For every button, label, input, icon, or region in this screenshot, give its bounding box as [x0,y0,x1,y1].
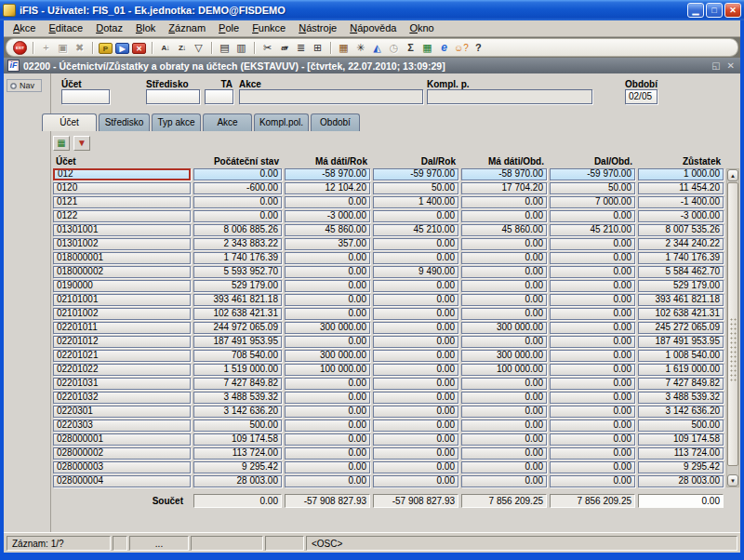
cell-md-obd[interactable]: 0.00 [461,252,547,264]
cell-zustatek[interactable]: 1 008 540.00 [638,350,724,362]
cell-md-obd[interactable]: 0.00 [461,196,547,208]
cell-dal-obd[interactable]: 45 210.00 [550,224,635,236]
print-preview-icon[interactable]: ▥ [234,41,248,55]
cell-ucet[interactable]: 012 [53,168,191,180]
ta-field[interactable] [205,89,233,104]
cell-pocatecni-stav[interactable]: 3 488 539.32 [193,392,282,404]
chart-icon[interactable]: ◭ [370,41,384,55]
cell-zustatek[interactable]: 7 427 849.82 [638,378,724,390]
menu-napoveda[interactable]: Nápověda [343,20,403,36]
sort-desc-icon[interactable]: Z↓ [175,41,189,55]
cell-zustatek[interactable]: 3 488 539.32 [638,392,724,404]
cell-ucet[interactable]: 02201022 [53,364,191,376]
cancel-query-icon[interactable]: ✕ [132,43,146,54]
cell-ucet[interactable]: 0220301 [53,406,191,418]
cell-ucet[interactable]: 0220303 [53,420,191,432]
cell-md-rok[interactable]: 0.00 [285,294,370,306]
cell-zustatek[interactable]: 102 638 421.31 [638,308,724,320]
cell-md-obd[interactable]: 0.00 [461,294,547,306]
filter-lock-icon[interactable]: ▼ [73,136,90,151]
cell-dal-obd[interactable]: 0.00 [550,322,635,334]
nav-toggle[interactable]: Nav [7,79,42,92]
cell-pocatecni-stav[interactable]: 9 295.42 [193,461,282,473]
cell-ucet[interactable]: 028000001 [53,433,191,446]
cell-dal-obd[interactable]: 0.00 [550,378,635,390]
cell-md-obd[interactable]: 0.00 [461,392,547,404]
cell-dal-rok[interactable]: 50.00 [373,182,458,194]
cell-dal-obd[interactable]: 0.00 [550,433,635,446]
tab-stredisko[interactable]: Středisko [99,113,150,131]
excel-icon[interactable]: ▦ [420,41,434,55]
cell-dal-rok[interactable]: 9 490.00 [373,266,458,278]
cell-dal-rok[interactable]: 0.00 [373,252,458,264]
menu-blok[interactable]: Blok [129,20,162,36]
sum-icon[interactable]: Σ [404,41,418,55]
cell-dal-obd[interactable]: -59 970.00 [550,168,635,180]
cell-md-obd[interactable]: 0.00 [461,210,547,222]
cell-zustatek[interactable]: 3 142 636.20 [638,406,724,418]
cell-dal-obd[interactable]: 0.00 [550,461,635,473]
cell-ucet[interactable]: 0190000 [53,280,191,292]
cell-md-obd[interactable]: 100 000.00 [461,364,547,376]
cell-dal-rok[interactable]: 0.00 [373,280,458,292]
cell-md-obd[interactable]: 0.00 [461,336,547,348]
cell-md-rok[interactable]: 0.00 [285,378,370,390]
filter-icon[interactable]: ▽ [192,41,206,55]
cell-md-rok[interactable]: -58 970.00 [285,168,370,180]
obdobi-field[interactable]: 02/05 [625,89,658,104]
cell-md-obd[interactable]: 17 704.20 [461,182,547,194]
cell-pocatecni-stav[interactable]: 3 142 636.20 [193,406,282,418]
list-of-values-icon[interactable]: a▾ [277,41,291,55]
cell-zustatek[interactable]: 500.00 [638,420,724,432]
cell-md-rok[interactable]: 45 860.00 [285,224,370,236]
cell-zustatek[interactable]: -3 000.00 [638,210,724,222]
cell-dal-rok[interactable]: 45 210.00 [373,224,458,236]
enter-query-icon[interactable]: P [99,43,113,54]
cell-pocatecni-stav[interactable]: 1 740 176.39 [193,252,282,264]
cell-md-rok[interactable]: 0.00 [285,266,370,278]
execute-query-icon[interactable]: ▶ [115,43,129,54]
kompl-field[interactable] [427,89,592,104]
cell-md-obd[interactable]: 0.00 [461,308,547,320]
tab-obdobi[interactable]: Období [311,113,360,131]
cell-dal-rok[interactable]: 0.00 [373,433,458,446]
cell-md-obd[interactable]: 0.00 [461,433,547,446]
card-index-icon[interactable]: ▦ [337,41,351,55]
maximize-button[interactable]: □ [706,3,723,18]
user-help-icon[interactable]: ☺? [454,41,469,55]
cell-pocatecni-stav[interactable]: 7 427 849.82 [193,378,282,390]
cell-zustatek[interactable]: 529 179.00 [638,280,724,292]
print-icon[interactable]: ▤ [218,41,232,55]
cell-zustatek[interactable]: 2 344 240.22 [638,238,724,250]
cell-zustatek[interactable]: 28 003.00 [638,475,724,487]
cell-dal-rok[interactable]: 0.00 [373,378,458,390]
title-bar[interactable]: iFIS - Uživatel: FIS_01 - Ek.jednotka: D… [0,0,744,20]
cell-dal-rok[interactable]: 0.00 [373,364,458,376]
cell-dal-obd[interactable]: 0.00 [550,336,635,348]
ucet-field[interactable] [61,89,110,104]
scrollbar-thumb[interactable] [727,182,738,466]
cell-dal-rok[interactable]: 0.00 [373,406,458,418]
navigator-wheel-icon[interactable]: ✳ [353,41,367,55]
cell-pocatecni-stav[interactable]: 1 519 000.00 [193,364,282,376]
cell-md-rok[interactable]: 0.00 [285,308,370,320]
cell-dal-obd[interactable]: 0.00 [550,447,635,460]
cell-dal-rok[interactable]: 0.00 [373,308,458,320]
cell-ucet[interactable]: 02201032 [53,392,191,404]
cell-zustatek[interactable]: 9 295.42 [638,461,724,473]
mdi-title-bar[interactable]: iF 02200 - Účetnictví/Zůstatky a obraty … [4,58,740,73]
help-icon[interactable]: ? [472,41,485,55]
cell-dal-rok[interactable]: 0.00 [373,475,458,487]
cell-dal-obd[interactable]: 0.00 [550,280,635,292]
cell-md-obd[interactable]: 300 000.00 [461,322,547,334]
cell-zustatek[interactable]: -1 400.00 [638,196,724,208]
cell-pocatecni-stav[interactable]: 244 972 065.09 [193,322,282,334]
menu-editace[interactable]: Editace [42,20,89,36]
cell-md-obd[interactable]: 0.00 [461,475,547,487]
cell-pocatecni-stav[interactable]: 529 179.00 [193,280,282,292]
cell-ucet[interactable]: 018000001 [53,252,191,264]
cell-zustatek[interactable]: 1 619 000.00 [638,364,724,376]
mdi-restore-button[interactable]: ◱ [711,60,720,71]
exit-button[interactable]: EXIT [13,41,27,55]
cell-md-rok[interactable]: 100 000.00 [285,364,370,376]
